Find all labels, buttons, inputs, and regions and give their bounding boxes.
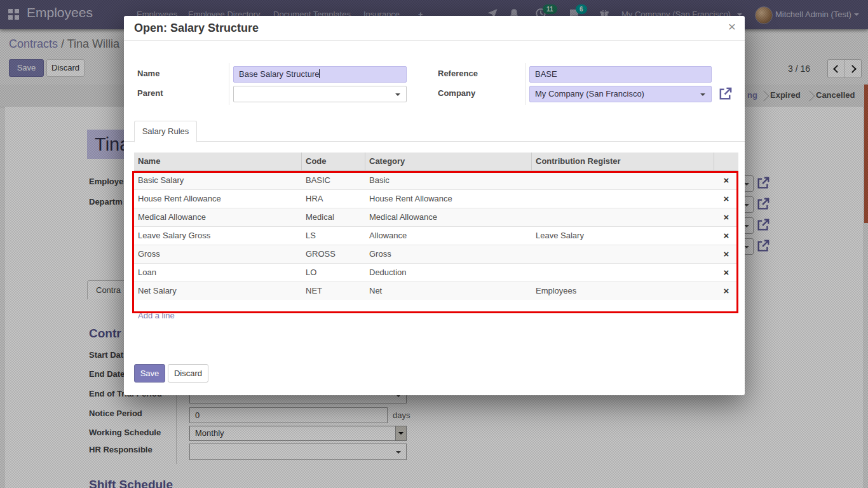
delete-row-icon[interactable]: × [714, 264, 738, 281]
cell-code: NET [302, 282, 365, 300]
external-link-icon[interactable] [718, 86, 733, 101]
cell-code: LS [302, 227, 365, 245]
department-label: Departm [89, 197, 123, 207]
table-row[interactable]: Basic SalaryBASICBasic× [134, 171, 738, 189]
reference-label: Reference [438, 69, 478, 78]
cell-category: Medical Allowance [365, 208, 532, 226]
status-step-cancelled[interactable]: Cancelled [816, 90, 855, 100]
step-separator [804, 91, 815, 102]
table-row[interactable]: Medical AllowanceMedicalMedical Allowanc… [134, 208, 738, 226]
column-header-code[interactable]: Code [302, 152, 365, 170]
cell-register [532, 190, 714, 208]
discard-button-background[interactable]: Discard [46, 59, 85, 77]
notice-period-input[interactable]: 0 [189, 407, 388, 423]
working-schedule-select[interactable]: Monthly [189, 426, 407, 441]
right-edge-strip [864, 85, 868, 223]
column-header-name[interactable]: Name [134, 152, 302, 170]
cell-name: Loan [134, 264, 302, 281]
delete-row-icon[interactable]: × [714, 172, 738, 189]
modal-title: Open: Salary Structure [134, 22, 259, 35]
breadcrumb: Contracts / Tina Willia [9, 37, 119, 51]
cell-category: Basic [365, 172, 532, 189]
breadcrumb-current: Tina Willia [67, 37, 119, 50]
cell-name: Medical Allowance [134, 208, 302, 226]
user-menu[interactable]: Mitchell Admin (Test) [775, 0, 851, 29]
avatar[interactable] [755, 6, 773, 24]
delete-row-icon[interactable]: × [714, 190, 738, 208]
tab-salary-rules[interactable]: Salary Rules [134, 121, 197, 142]
close-icon[interactable]: × [728, 19, 736, 34]
cell-category: Net [365, 282, 532, 300]
cell-category: House Rent Allowance [365, 190, 532, 208]
name-input[interactable]: Base Salary Structure [233, 66, 407, 83]
cell-name: Net Salary [134, 282, 302, 300]
cell-code: HRA [302, 190, 365, 208]
cell-code: Medical [302, 208, 365, 226]
external-link-icon[interactable] [756, 197, 770, 211]
app-title: Employees [27, 5, 93, 20]
name-label: Name [137, 69, 159, 78]
salary-structure-modal: Open: Salary Structure × Name Base Salar… [124, 16, 745, 395]
external-link-icon[interactable] [756, 218, 770, 232]
cell-category: Deduction [365, 264, 532, 281]
cell-name: Leave Salary Gross [134, 227, 302, 245]
column-header-category[interactable]: Category [365, 152, 532, 170]
notice-period-label: Notice Period [89, 409, 142, 418]
save-button-background[interactable]: Save [9, 59, 44, 77]
cell-category: Allowance [365, 227, 532, 245]
parent-field[interactable] [233, 86, 407, 102]
status-step-expired[interactable]: Expired [770, 90, 801, 100]
text-cursor [319, 69, 320, 78]
select-arrow-button[interactable] [395, 426, 406, 440]
cell-register [532, 172, 714, 189]
cell-code: LO [302, 264, 365, 281]
reference-input[interactable]: BASE [529, 66, 712, 83]
external-link-icon[interactable] [756, 176, 770, 190]
status-step-running[interactable]: ng [747, 90, 757, 100]
add-a-line-link[interactable]: Add a line [134, 308, 738, 324]
chevron-down-icon [854, 13, 859, 16]
cell-name: Gross [134, 245, 302, 263]
external-link-icon[interactable] [756, 239, 770, 253]
delete-row-icon[interactable]: × [714, 245, 738, 263]
delete-row-icon[interactable]: × [714, 208, 738, 226]
delete-row-icon[interactable]: × [714, 282, 738, 300]
end-date-label: End Date [89, 369, 125, 379]
form-divider [229, 63, 229, 105]
hr-responsible-field[interactable] [189, 444, 407, 460]
activities-badge: 11 [543, 4, 557, 14]
contract-details-heading: Contr [89, 327, 121, 341]
form-divider [525, 63, 526, 105]
cell-name: Basic Salary [134, 172, 302, 189]
breadcrumb-contracts-link[interactable]: Contracts [9, 37, 58, 50]
modal-discard-button[interactable]: Discard [168, 364, 208, 383]
salary-rules-table-body: Basic SalaryBASICBasic×House Rent Allowa… [134, 171, 738, 300]
table-row[interactable]: Net SalaryNETNetEmployees× [134, 281, 738, 300]
chevron-left-icon [833, 65, 841, 73]
table-row[interactable]: House Rent AllowanceHRAHouse Rent Allowa… [134, 189, 738, 208]
modal-save-button[interactable]: Save [134, 364, 165, 383]
column-header-contribution-register[interactable]: Contribution Register [532, 152, 714, 170]
cell-code: GROSS [302, 245, 365, 263]
cell-register [532, 245, 714, 263]
cell-name: House Rent Allowance [134, 190, 302, 208]
pager-next-button[interactable] [844, 60, 862, 78]
company-label: Company [438, 88, 475, 98]
apps-menu-icon[interactable] [8, 9, 19, 20]
cell-register [532, 264, 714, 281]
cell-code: BASIC [302, 172, 365, 189]
pager-value: 3 / 16 [788, 64, 810, 74]
pager-previous-button[interactable] [828, 60, 844, 78]
table-row[interactable]: Leave Salary GrossLSAllowanceLeave Salar… [134, 226, 738, 245]
cell-register: Employees [532, 282, 714, 300]
cell-register [532, 208, 714, 226]
cell-category: Gross [365, 245, 532, 263]
table-row[interactable]: LoanLODeduction× [134, 263, 738, 281]
table-row[interactable]: GrossGROSSGross× [134, 245, 738, 263]
hr-responsible-label: HR Responsible [89, 445, 153, 454]
company-field[interactable]: My Company (San Francisco) [529, 86, 712, 102]
modal-header: Open: Salary Structure × [124, 16, 745, 41]
notice-unit-label: days [393, 410, 410, 420]
step-separator [759, 91, 770, 102]
delete-row-icon[interactable]: × [714, 227, 738, 245]
